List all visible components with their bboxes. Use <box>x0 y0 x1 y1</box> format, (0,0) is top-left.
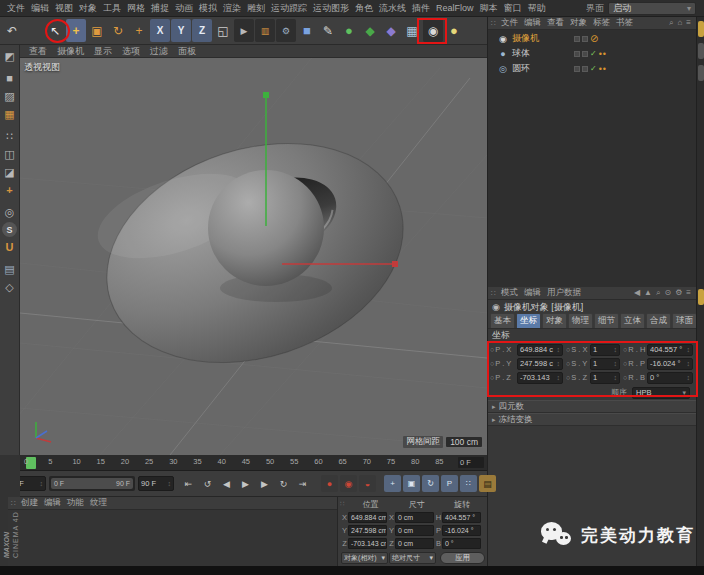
preview-range-slider[interactable]: 0 F 90 F <box>49 476 135 491</box>
goto-end-button[interactable]: ⇥ <box>294 475 311 492</box>
tab-details[interactable]: 细节 <box>594 313 619 328</box>
render-view-icon[interactable]: ▶ <box>234 19 254 42</box>
object-row-sphere[interactable]: ● 球体 ✓ •• <box>488 46 696 61</box>
pos-z-field[interactable]: -703.143 cm <box>348 538 387 549</box>
record-rotation-toggle[interactable]: ↻ <box>422 475 439 492</box>
camera-icon[interactable]: ◉ <box>423 19 443 42</box>
current-frame-field[interactable]: 0 F <box>458 457 484 468</box>
visibility-toggle-icon[interactable] <box>582 66 588 72</box>
polygons-mode-icon[interactable]: ◪ <box>1 164 19 180</box>
position-z-field[interactable]: -703.143↕ <box>517 372 563 384</box>
viewport-menu-item[interactable]: 显示 <box>89 45 117 58</box>
interface-select[interactable]: 启动 ▾ <box>608 2 696 15</box>
scale-x-field[interactable]: 1↕ <box>590 344 620 356</box>
rotation-p-field[interactable]: -16.024 °↕ <box>647 358 693 370</box>
pos-y-field[interactable]: 247.598 cm <box>348 525 387 536</box>
record-position-toggle[interactable]: + <box>384 475 401 492</box>
menu-item[interactable]: 雕刻 <box>244 2 268 15</box>
generators-icon[interactable]: ◆ <box>360 19 380 42</box>
last-tool-icon[interactable]: + <box>129 19 149 42</box>
rotation-b-field[interactable]: 0 °↕ <box>647 372 693 384</box>
model-mode-icon[interactable]: ■ <box>1 70 19 86</box>
menu-item[interactable]: 文件 <box>4 2 28 15</box>
menu-item[interactable]: 捕捉 <box>148 2 172 15</box>
menu-icon[interactable]: ≡ <box>684 18 693 28</box>
apply-button[interactable]: 应用 <box>440 552 485 564</box>
section-quaternion[interactable]: ▸ 四元数 <box>488 400 696 413</box>
size-z-field[interactable]: 0 cm <box>395 538 434 549</box>
menu-item[interactable]: 角色 <box>352 2 376 15</box>
workplane-lock-icon[interactable]: ▤ <box>1 261 19 277</box>
object-manager-menu-item[interactable]: 查看 <box>544 17 567 29</box>
visibility-toggle-icon[interactable] <box>582 36 588 42</box>
enabled-check-icon[interactable]: ✓ <box>590 64 597 73</box>
attribute-menu-item[interactable]: 用户数据 <box>544 287 584 299</box>
object-manager-menu-item[interactable]: 编辑 <box>521 17 544 29</box>
menu-item[interactable]: 插件 <box>409 2 433 15</box>
layer-toggle-icon[interactable] <box>574 36 580 42</box>
render-picture-viewer-icon[interactable]: ▥ <box>255 19 275 42</box>
layout-tab-icon[interactable] <box>698 43 704 59</box>
tab-stereo[interactable]: 立体 <box>620 313 645 328</box>
add-cube-icon[interactable]: ■ <box>297 19 317 42</box>
texture-mode-icon[interactable]: ▨ <box>1 88 19 104</box>
end-frame-input[interactable]: 90 F↕ <box>138 476 174 491</box>
material-menu-item[interactable]: 编辑 <box>41 497 64 509</box>
spline-pen-icon[interactable]: ✎ <box>318 19 338 42</box>
menu-item[interactable]: 对象 <box>76 2 100 15</box>
layout-tab-icon[interactable] <box>698 289 704 305</box>
undo-icon[interactable]: ↶ <box>2 19 22 42</box>
play-button[interactable]: ▶ <box>237 475 254 492</box>
viewport-menu-item[interactable]: 查看 <box>24 45 52 58</box>
goto-start-button[interactable]: ⇤ <box>180 475 197 492</box>
material-menu-item[interactable]: 纹理 <box>87 497 110 509</box>
tab-spherical[interactable]: 球面 <box>672 313 697 328</box>
layout-tab-icon[interactable] <box>698 65 704 81</box>
timeline-window-button[interactable]: ▤ <box>479 475 496 492</box>
back-icon[interactable]: ◀ <box>632 288 642 298</box>
tab-coordinates[interactable]: 坐标 <box>516 313 541 328</box>
menu-item[interactable]: 模拟 <box>196 2 220 15</box>
material-list-empty[interactable] <box>8 510 337 566</box>
record-pla-toggle[interactable]: ∷ <box>460 475 477 492</box>
autokey-button[interactable]: ◉ <box>340 475 357 492</box>
material-menu-item[interactable]: 功能 <box>64 497 87 509</box>
layer-toggle-icon[interactable] <box>574 66 580 72</box>
object-manager-menu-item[interactable]: 标签 <box>590 17 613 29</box>
layout-tab-icon[interactable] <box>698 21 704 37</box>
viewport-solo-icon[interactable]: ◎ <box>1 204 19 220</box>
menu-icon[interactable]: ≡ <box>684 288 693 298</box>
menu-item[interactable]: 窗口 <box>501 2 525 15</box>
previous-frame-button[interactable]: ◀ <box>218 475 235 492</box>
coordinate-system-icon[interactable]: ◱ <box>213 19 233 42</box>
record-scale-toggle[interactable]: ▣ <box>403 475 420 492</box>
coordinate-mode-select[interactable]: 对象(相对) ▾ <box>341 552 388 564</box>
environment-icon[interactable]: ▦ <box>402 19 422 42</box>
tab-basic[interactable]: 基本 <box>490 313 515 328</box>
visibility-toggle-icon[interactable] <box>582 51 588 57</box>
lock-icon[interactable]: ⊙ <box>662 288 673 298</box>
move-tool-icon[interactable]: + <box>66 19 86 42</box>
rot-b-field[interactable]: 0 ° <box>442 538 481 549</box>
search-icon[interactable]: ⌕ <box>654 288 662 298</box>
viewport-menu-item[interactable]: 摄像机 <box>52 45 89 58</box>
section-freeze-transform[interactable]: ▸ 冻结变换 <box>488 413 696 426</box>
viewport-canvas[interactable]: 透视视图 网格间距 100 cm <box>20 58 487 455</box>
keyframe-selection-button[interactable]: ◒ <box>359 475 376 492</box>
quantize-icon[interactable]: ◇ <box>1 279 19 295</box>
play-backwards-button[interactable]: ↺ <box>199 475 216 492</box>
object-row-camera[interactable]: ◉ 摄像机 ⊘ <box>488 31 696 46</box>
visibility-dots-icon[interactable]: •• <box>599 49 607 59</box>
rotation-h-field[interactable]: 404.557 °↕ <box>647 344 693 356</box>
live-selection-icon[interactable]: ↖ <box>45 19 65 42</box>
workplane-mode-icon[interactable]: ▦ <box>1 106 19 122</box>
rotate-tool-icon[interactable]: ↻ <box>108 19 128 42</box>
menu-item[interactable]: 工具 <box>100 2 124 15</box>
enable-axis-icon[interactable]: + <box>1 182 19 198</box>
make-editable-icon[interactable]: ◩ <box>1 48 19 64</box>
size-mode-select[interactable]: 绝对尺寸 ▾ <box>389 552 436 564</box>
attribute-menu-item[interactable]: 模式 <box>498 287 521 299</box>
attribute-menu-item[interactable]: 编辑 <box>521 287 544 299</box>
menu-item[interactable]: RealFlow <box>433 3 477 13</box>
points-mode-icon[interactable]: ∷ <box>1 128 19 144</box>
